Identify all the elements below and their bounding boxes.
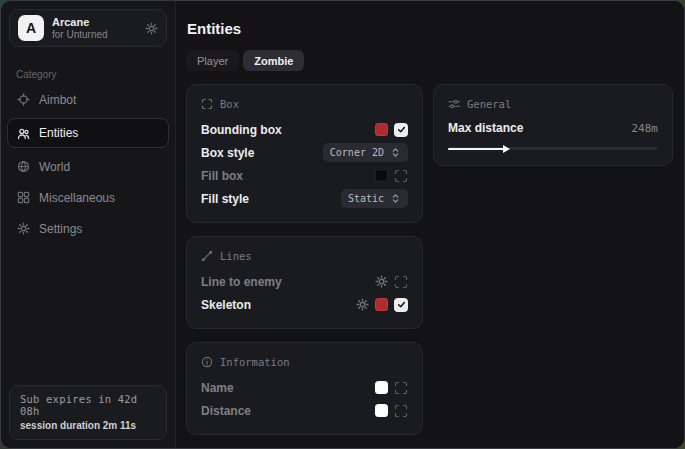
setting-row-fill-style: Fill styleStatic (201, 187, 408, 210)
subscription-card: Sub expires in 42d 08h session duration … (9, 385, 167, 440)
setting-row-fill-box: Fill box (201, 164, 408, 187)
general-card-header: General (448, 98, 658, 110)
sidebar-item-aimbot[interactable]: Aimbot (7, 85, 169, 114)
corner-frame-icon (394, 275, 408, 289)
setting-row-bounding-box: Bounding box (201, 118, 408, 141)
gear-icon[interactable] (356, 298, 369, 311)
right-column: General Max distance 248m (433, 84, 673, 166)
setting-row-line-to-enemy: Line to enemy (201, 270, 408, 293)
app-window: A Arcane for Unturned Category AimbotEnt… (0, 0, 685, 449)
corner-frame-icon (394, 381, 408, 395)
sidebar-item-settings[interactable]: Settings (7, 214, 169, 243)
sidebar-nav: AimbotEntitiesWorldMiscellaneousSettings (1, 85, 175, 243)
entities-icon (17, 127, 30, 140)
sidebar-item-label: Settings (39, 222, 82, 236)
unfold-icon (390, 147, 401, 158)
slider-thumb-icon[interactable] (503, 145, 510, 153)
tab-zombie[interactable]: Zombie (243, 50, 304, 71)
app-subtitle: for Unturned (52, 29, 108, 41)
card-title: Information (220, 356, 290, 368)
app-title-block: Arcane for Unturned (52, 16, 108, 40)
sidebar-item-label: Miscellaneous (39, 191, 115, 205)
select-value: Static (348, 193, 384, 204)
gear-icon (17, 222, 30, 235)
max-distance-row: Max distance 248m (448, 118, 658, 138)
category-label: Category (16, 69, 175, 80)
setting-label: Name (201, 381, 234, 395)
sliders-icon (448, 98, 460, 110)
box-card: BoxBounding boxBox styleCorner 2DFill bo… (186, 84, 423, 223)
checkbox-name[interactable] (394, 381, 408, 395)
check-icon (396, 124, 407, 135)
app-logo: A (18, 15, 44, 41)
row-controls (375, 169, 408, 183)
color-swatch[interactable] (375, 123, 388, 136)
checkbox-line-to-enemy[interactable] (394, 275, 408, 289)
select-value: Corner 2D (330, 147, 384, 158)
crosshair-icon (17, 93, 30, 106)
sub-expires-text: Sub expires in 42d 08h (20, 393, 156, 417)
setting-label: Bounding box (201, 123, 282, 137)
sidebar-item-label: Entities (39, 126, 78, 140)
app-header-card: A Arcane for Unturned (9, 9, 167, 47)
color-swatch[interactable] (375, 169, 388, 182)
corner-frame-icon (394, 169, 408, 183)
slider-fill (448, 148, 505, 150)
sidebar: A Arcane for Unturned Category AimbotEnt… (1, 1, 176, 448)
row-controls (375, 404, 408, 418)
select-box-style[interactable]: Corner 2D (323, 143, 408, 162)
color-swatch[interactable] (375, 381, 388, 394)
max-distance-label: Max distance (448, 121, 523, 135)
gear-icon[interactable] (145, 22, 158, 35)
line-icon (201, 250, 213, 262)
setting-row-skeleton: Skeleton (201, 293, 408, 316)
sidebar-item-miscellaneous[interactable]: Miscellaneous (7, 183, 169, 212)
sidebar-item-world[interactable]: World (7, 152, 169, 181)
row-controls (356, 298, 408, 312)
row-controls: Static (341, 189, 408, 208)
gear-icon[interactable] (375, 275, 388, 288)
card-title: Box (220, 98, 239, 110)
globe-icon (17, 160, 30, 173)
setting-label: Distance (201, 404, 251, 418)
app-name: Arcane (52, 16, 108, 29)
setting-row-distance: Distance (201, 399, 408, 422)
box-corners-icon (201, 98, 213, 110)
checkbox-bounding-box[interactable] (394, 123, 408, 137)
info-icon (201, 356, 213, 368)
max-distance-slider[interactable] (448, 144, 658, 153)
lines-card: LinesLine to enemySkeleton (186, 236, 423, 329)
page-title: Entities (187, 20, 673, 37)
general-card: General Max distance 248m (433, 84, 673, 166)
entity-tabs: PlayerZombie (186, 50, 673, 71)
card-header: Information (201, 356, 408, 368)
checkbox-skeleton[interactable] (394, 298, 408, 312)
corner-frame-icon (394, 404, 408, 418)
checkbox-distance[interactable] (394, 404, 408, 418)
session-duration-text: session duration 2m 11s (20, 420, 156, 431)
row-controls (375, 381, 408, 395)
main-panel: Entities PlayerZombie BoxBounding boxBox… (176, 1, 685, 448)
setting-label: Fill style (201, 192, 249, 206)
max-distance-value: 248m (632, 122, 659, 135)
checkbox-fill-box[interactable] (394, 169, 408, 183)
setting-label: Line to enemy (201, 275, 282, 289)
content-area: BoxBounding boxBox styleCorner 2DFill bo… (186, 84, 673, 435)
information-card: InformationNameDistance (186, 342, 423, 435)
sidebar-item-label: World (39, 160, 70, 174)
card-title: Lines (220, 250, 252, 262)
setting-row-box-style: Box styleCorner 2D (201, 141, 408, 164)
sidebar-item-label: Aimbot (39, 93, 76, 107)
row-controls (375, 275, 408, 289)
tab-player[interactable]: Player (186, 50, 239, 71)
setting-row-name: Name (201, 376, 408, 399)
sidebar-item-entities[interactable]: Entities (7, 118, 169, 148)
color-swatch[interactable] (375, 404, 388, 417)
color-swatch[interactable] (375, 298, 388, 311)
setting-label: Skeleton (201, 298, 251, 312)
row-controls: Corner 2D (323, 143, 408, 162)
select-fill-style[interactable]: Static (341, 189, 408, 208)
setting-label: Box style (201, 146, 254, 160)
check-icon (396, 299, 407, 310)
settings-cards-column: BoxBounding boxBox styleCorner 2DFill bo… (186, 84, 423, 435)
